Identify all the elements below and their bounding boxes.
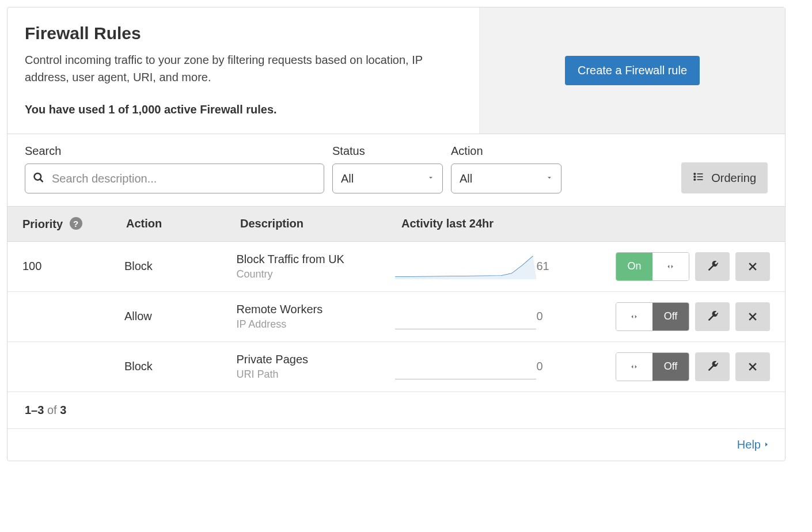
- col-priority: Priority ?: [22, 217, 126, 231]
- delete-button[interactable]: [735, 252, 770, 281]
- cell-description: Remote WorkersIP Address: [237, 303, 395, 330]
- sparkline-chart: [395, 254, 537, 279]
- page-title: Firewall Rules: [25, 24, 462, 43]
- cell-action: Allow: [124, 310, 237, 323]
- wrench-icon: [706, 360, 719, 373]
- help-row: Help: [7, 429, 785, 461]
- delete-button[interactable]: [735, 302, 770, 331]
- cell-count: 0: [536, 310, 616, 323]
- action-group: Action All: [451, 145, 561, 193]
- cell-controls: Off: [616, 352, 770, 381]
- wrench-icon: [706, 260, 719, 273]
- help-link[interactable]: Help: [737, 438, 770, 451]
- table-row: AllowRemote WorkersIP Address0Off: [7, 292, 785, 342]
- svg-point-5: [694, 173, 696, 174]
- panel-header: Firewall Rules Control incoming traffic …: [7, 7, 785, 134]
- range: 1–3: [25, 404, 44, 416]
- status-group: Status All: [332, 145, 443, 193]
- header-right: Create a Firewall rule: [480, 7, 785, 134]
- cell-activity: [395, 254, 537, 279]
- total: 3: [60, 404, 66, 416]
- toggle-right: Off: [652, 353, 689, 381]
- cell-activity: [395, 354, 537, 379]
- search-label: Search: [25, 145, 324, 158]
- cell-description: Private PagesURI Path: [237, 353, 395, 381]
- description-main: Private Pages: [237, 353, 395, 366]
- svg-point-0: [35, 173, 41, 180]
- help-icon[interactable]: ?: [70, 217, 82, 230]
- sparkline-flat: [395, 354, 537, 379]
- search-group: Search: [25, 145, 324, 193]
- toggle-left: On: [616, 253, 652, 280]
- action-select[interactable]: All: [451, 164, 561, 193]
- cell-action: Block: [124, 260, 237, 273]
- search-icon: [33, 172, 44, 185]
- search-input[interactable]: [25, 164, 324, 193]
- ordering-label: Ordering: [711, 172, 756, 185]
- rows-container: 100BlockBlock Traffic from UKCountry61On…: [7, 242, 785, 392]
- edit-button[interactable]: [695, 302, 730, 331]
- col-activity: Activity last 24hr: [401, 217, 770, 231]
- create-firewall-rule-button[interactable]: Create a Firewall rule: [565, 56, 700, 85]
- cell-priority: 100: [22, 260, 124, 273]
- header-left: Firewall Rules Control incoming traffic …: [7, 7, 480, 134]
- cell-activity: [395, 304, 537, 329]
- cell-description: Block Traffic from UKCountry: [237, 253, 395, 280]
- of-text: of: [47, 404, 57, 416]
- wrench-icon: [706, 310, 719, 323]
- delete-button[interactable]: [735, 352, 770, 381]
- edit-button[interactable]: [695, 252, 730, 281]
- description-main: Block Traffic from UK: [237, 253, 395, 266]
- action-label: Action: [451, 145, 561, 158]
- table-row: 100BlockBlock Traffic from UKCountry61On: [7, 242, 785, 292]
- close-icon: [747, 361, 758, 373]
- cell-count: 61: [536, 260, 616, 273]
- cell-count: 0: [536, 360, 616, 373]
- table-row: BlockPrivate PagesURI Path0Off: [7, 342, 785, 392]
- list-icon: [693, 171, 704, 185]
- edit-button[interactable]: [695, 352, 730, 381]
- enable-toggle[interactable]: Off: [616, 352, 689, 381]
- close-icon: [747, 261, 758, 272]
- col-priority-label: Priority: [22, 218, 63, 230]
- filter-bar: Search Status All Action: [7, 134, 785, 206]
- sparkline-flat: [395, 304, 537, 329]
- svg-line-1: [40, 179, 43, 182]
- help-label: Help: [737, 438, 761, 451]
- usage-text: You have used 1 of 1,000 active Firewall…: [25, 103, 462, 116]
- close-icon: [747, 311, 758, 322]
- enable-toggle[interactable]: Off: [616, 302, 689, 331]
- description-sub: IP Address: [237, 318, 395, 330]
- page-description: Control incoming traffic to your zone by…: [25, 51, 462, 86]
- status-label: Status: [332, 145, 443, 158]
- cell-controls: Off: [616, 302, 770, 331]
- col-description: Description: [240, 217, 401, 231]
- firewall-rules-panel: Firewall Rules Control incoming traffic …: [7, 7, 786, 461]
- ordering-button[interactable]: Ordering: [681, 162, 768, 193]
- toggle-left: [616, 303, 652, 330]
- cell-action: Block: [124, 360, 237, 373]
- description-main: Remote Workers: [237, 303, 395, 316]
- enable-toggle[interactable]: On: [616, 252, 689, 281]
- svg-point-7: [694, 178, 696, 180]
- table-header: Priority ? Action Description Activity l…: [7, 206, 785, 242]
- svg-point-6: [694, 176, 696, 177]
- toggle-left: [616, 353, 652, 381]
- cell-controls: On: [616, 252, 770, 281]
- col-action: Action: [126, 217, 240, 231]
- status-select[interactable]: All: [332, 164, 443, 193]
- description-sub: Country: [237, 268, 395, 280]
- chevron-right-icon: [763, 440, 770, 449]
- description-sub: URI Path: [237, 368, 395, 381]
- toggle-right: Off: [652, 303, 689, 330]
- toggle-right: [652, 253, 689, 280]
- pagination-summary: 1–3 of 3: [7, 392, 785, 429]
